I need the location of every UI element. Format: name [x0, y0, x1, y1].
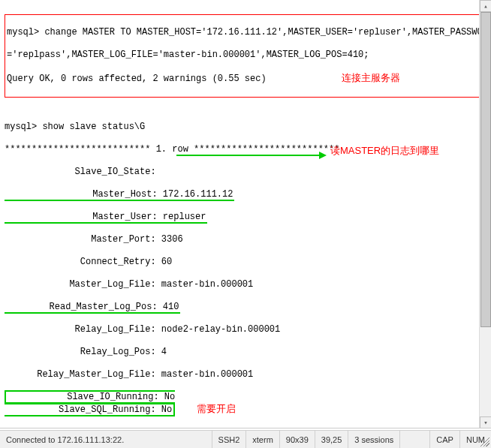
cmd-change-master-l2: ='replpass',MASTER_LOG_FILE='master-bin.…	[7, 50, 484, 61]
highlight-change-master: mysql> change MASTER TO MASTER_HOST='172…	[5, 14, 486, 98]
field-slave-io-running: Slave_IO_Running: No Slave_SQL_Running: …	[5, 392, 486, 416]
hl-slave-running: Slave_IO_Running: No Slave_SQL_Running: …	[5, 390, 175, 416]
field-master-user: Master_User: repluser	[5, 212, 486, 223]
hl-master-host: Master_Host: 172.16.111.12	[5, 189, 234, 201]
cmd-change-master-l1: mysql> change MASTER TO MASTER_HOST='172…	[7, 27, 484, 38]
status-sessions: 3 sessions	[348, 431, 400, 448]
status-bar: Connected to 172.16.111.13:22. SSH2 xter…	[0, 430, 491, 448]
arrow-read-master-head-icon	[319, 152, 327, 159]
scrollbar-vertical[interactable]: ▴ ▾	[479, 0, 491, 428]
field-read-master-log-pos: Read_Master_Log_Pos: 410	[5, 302, 486, 313]
annot-connect-master: 连接主服务器	[342, 72, 400, 83]
cmd-show-slave-status: mysql> show slave status\G	[5, 122, 486, 133]
field-master-port: Master_Port: 3306	[5, 234, 486, 245]
status-connection: Connected to 172.16.111.13:22.	[0, 431, 212, 448]
status-term: xterm	[246, 431, 280, 448]
field-replicate-do-db: Replicate_Do_DB:	[5, 427, 486, 428]
terminal-output: mysql> change MASTER TO MASTER_HOST='172…	[0, 0, 491, 428]
field-master-log-file: Master_Log_File: master-bin.000001	[5, 279, 486, 290]
status-cursor: 39,25	[315, 431, 349, 448]
annot-need-enable: 需要开启	[197, 403, 236, 414]
scroll-thumb[interactable]	[480, 12, 491, 327]
status-ssh: SSH2	[212, 431, 247, 448]
annot-read-master: 读MASTER的日志到哪里	[330, 145, 435, 156]
field-slave-io-state: Slave_IO_State:	[5, 167, 486, 178]
scroll-down-button[interactable]: ▾	[480, 416, 491, 428]
field-relay-log-file: Relay_Log_File: node2-relay-bin.000001	[5, 324, 486, 335]
cmd-change-master-result: Query OK, 0 rows affected, 2 warnings (0…	[7, 72, 484, 85]
field-master-host: Master_Host: 172.16.111.12	[5, 189, 486, 200]
field-relay-master-log-file: Relay_Master_Log_File: master-bin.000001	[5, 369, 486, 380]
field-connect-retry: Connect_Retry: 60	[5, 257, 486, 268]
status-size: 90x39	[280, 431, 315, 448]
status-cap: CAP	[430, 431, 460, 448]
field-relay-log-pos: Relay_Log_Pos: 4	[5, 347, 486, 358]
hl-read-master-log-pos: Read_Master_Log_Pos: 410	[5, 302, 180, 314]
scroll-up-button[interactable]: ▴	[480, 0, 491, 12]
hl-master-user: Master_User: repluser	[5, 212, 207, 224]
resize-grip-icon[interactable]	[477, 434, 489, 446]
arrow-read-master-line	[176, 155, 319, 156]
